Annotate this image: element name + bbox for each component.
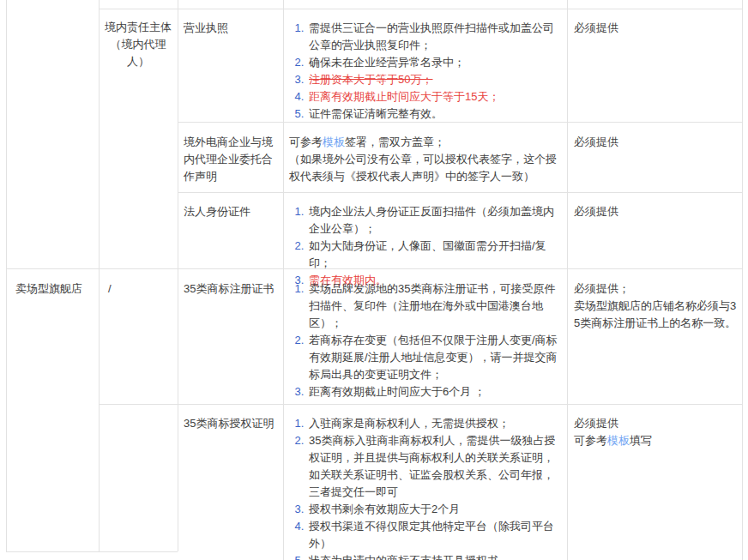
- doc-label: 35类商标授权证明: [184, 417, 274, 430]
- subject-cell-marketplace: /: [108, 280, 173, 298]
- requirement-item: 境内企业法人身份证正反面扫描件（必须加盖境内企业公章）；: [307, 203, 564, 238]
- requirements-cell-legal-id: 境内企业法人身份证正反面扫描件（必须加盖境内企业公章）； 如为大陆身份证，人像面…: [283, 203, 567, 289]
- doc-cell-cooperation: 境外电商企业与境内代理企业委托合作声明: [184, 134, 280, 185]
- doc-cell-trademark-cert: 35类商标注册证书: [184, 280, 280, 298]
- table-border: [99, 0, 100, 551]
- required-status: 必须提供: [574, 135, 618, 148]
- requirement-item: 若商标存在变更（包括但不仅限于注册人变更/商标有效期延展/注册人地址信息变更），…: [307, 332, 564, 383]
- subject-label: /: [108, 282, 112, 295]
- required-status: 必须提供；: [574, 280, 740, 298]
- required-status: 必须提供: [574, 415, 737, 432]
- doc-label: 35类商标注册证书: [184, 282, 274, 295]
- requirement-item: 注册资本大于等于50万；: [307, 71, 564, 88]
- requirement-list: 入驻商家是商标权利人，无需提供授权； 35类商标入驻商非商标权利人，需提供一级独…: [283, 415, 567, 560]
- table-border: [567, 0, 568, 560]
- table-border: [99, 9, 742, 9]
- table-border: [178, 0, 178, 551]
- required-status: 必须提供: [574, 205, 618, 218]
- requirement-list: 需提供三证合一的营业执照原件扫描件或加盖公司公章的营业执照复印件； 确保未在企业…: [283, 20, 567, 123]
- doc-label: 境外电商企业与境内代理企业委托合作声明: [184, 135, 273, 183]
- doc-label: 法人身份证件: [184, 205, 250, 218]
- required-status-cell: 必须提供: [574, 203, 737, 220]
- requirement-item: 授权书剩余有效期应大于2个月: [307, 501, 564, 518]
- requirement-item: 35类商标入驻商非商标权利人，需提供一级独占授权证明，并且提供与商标权利人的关联…: [307, 432, 564, 501]
- table-border: [742, 0, 743, 560]
- requirements-cell-business-license: 需提供三证合一的营业执照原件扫描件或加盖公司公章的营业执照复印件； 确保未在企业…: [283, 20, 567, 123]
- requirement-item: 授权书渠道不得仅限定其他特定平台（除我司平台外）: [307, 518, 564, 552]
- requirements-cell-trademark-cert: 卖场品牌发源地的35类商标注册证书，可接受原件扫描件、复印件（注册地在海外或中国…: [283, 280, 567, 400]
- template-link[interactable]: 模板: [607, 434, 630, 447]
- requirement-line: 可参考模板签署，需双方盖章；: [289, 134, 567, 151]
- table-border: [99, 404, 742, 405]
- table-border: [6, 0, 7, 551]
- requirement-item: 入驻商家是商标权利人，无需提供授权；: [307, 415, 564, 432]
- template-link[interactable]: 模板: [323, 135, 345, 148]
- table-border: [178, 192, 742, 193]
- requirement-list: 境内企业法人身份证正反面扫描件（必须加盖境内企业公章）； 如为大陆身份证，人像面…: [283, 203, 567, 289]
- requirement-list: 卖场品牌发源地的35类商标注册证书，可接受原件扫描件、复印件（注册地在海外或中国…: [283, 280, 567, 400]
- requirement-item: 确保未在企业经营异常名录中；: [307, 54, 564, 71]
- subject-cell-domestic: 境内责任主体（境内代理人）: [100, 19, 177, 70]
- requirement-item: 证件需保证清晰完整有效。: [307, 105, 564, 123]
- required-status: 必须提供: [574, 21, 618, 34]
- requirement-item: 距离有效期截止时间应大于6个月 ；: [307, 383, 564, 400]
- requirement-item: 状态为申请中的商标不支持开具授权书。: [307, 552, 564, 560]
- store-type-label: 卖场型旗舰店: [15, 282, 82, 295]
- requirements-cell-cooperation: 可参考模板签署，需双方盖章； （如果境外公司没有公章，可以授权代表签字，这个授权…: [289, 134, 567, 185]
- subject-label: 境内责任主体（境内代理人）: [105, 21, 172, 68]
- requirements-table: 境内责任主体（境内代理人） 营业执照 需提供三证合一的营业执照原件扫描件或加盖公…: [0, 0, 748, 560]
- table-border: [6, 551, 178, 552]
- store-type-cell: 卖场型旗舰店: [15, 280, 94, 298]
- requirement-item: 卖场品牌发源地的35类商标注册证书，可接受原件扫描件、复印件（注册地在海外或中国…: [307, 280, 564, 332]
- doc-cell-business-license: 营业执照: [184, 20, 280, 37]
- doc-label: 营业执照: [184, 21, 228, 34]
- requirement-line: （如果境外公司没有公章，可以授权代表签字，这个授权代表须与《授权代表人声明》中的…: [289, 151, 567, 185]
- requirement-item: 需提供三证合一的营业执照原件扫描件或加盖公司公章的营业执照复印件；: [307, 20, 564, 54]
- requirement-item: 距离有效期截止时间应大于等于15天；: [307, 88, 564, 105]
- required-status-note: 卖场型旗舰店的店铺名称必须与35类商标注册证书上的名称一致。: [574, 298, 740, 332]
- required-status-cell: 必须提供: [574, 134, 737, 151]
- requirements-cell-trademark-auth: 入驻商家是商标权利人，无需提供授权； 35类商标入驻商非商标权利人，需提供一级独…: [283, 415, 567, 560]
- doc-cell-trademark-auth: 35类商标授权证明: [184, 415, 280, 432]
- requirement-item: 如为大陆身份证，人像面、国徽面需分开扫描/复印；: [307, 238, 564, 272]
- required-status-cell: 必须提供: [574, 20, 737, 37]
- doc-cell-legal-id: 法人身份证件: [184, 203, 280, 220]
- required-status-note: 可参考模板填写: [574, 432, 737, 449]
- required-status-cell: 必须提供 可参考模板填写: [574, 415, 737, 449]
- required-status-cell: 必须提供； 卖场型旗舰店的店铺名称必须与35类商标注册证书上的名称一致。: [574, 280, 740, 332]
